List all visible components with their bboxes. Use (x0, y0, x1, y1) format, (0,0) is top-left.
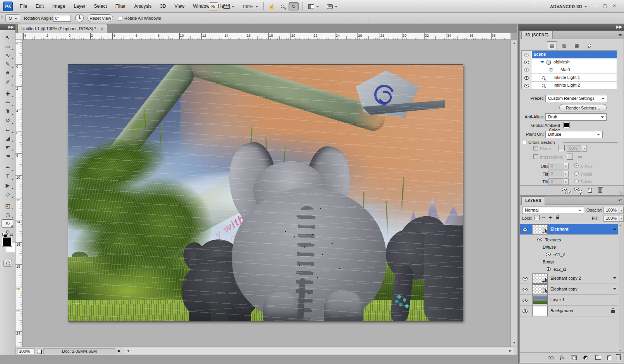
layer-row-elephant-copy-2[interactable]: Elephant copy 2 (520, 273, 619, 284)
menu-analysis[interactable]: Analysis (130, 0, 156, 13)
plane-opacity-stepper[interactable] (582, 145, 587, 152)
visibility-cell[interactable] (520, 284, 530, 295)
zoom-level-button[interactable]: 100% (240, 2, 260, 10)
lights-bulb-icon[interactable] (579, 190, 582, 193)
layer-row-e12-i1[interactable]: e12_i1 (520, 266, 619, 273)
layer-row-elephant-copy[interactable]: Elephant copy (520, 284, 619, 295)
quick-selection-tool[interactable]: ✎ (2, 60, 14, 68)
layer-row-layer-1[interactable]: Layer 1 (520, 295, 619, 306)
eye-icon[interactable] (523, 277, 528, 280)
offset-value[interactable]: 0 (548, 163, 563, 169)
panel-menu-icon[interactable]: ▾≡ (618, 32, 622, 37)
render-settings-button[interactable]: Render Settings... (559, 104, 607, 111)
toggle-ground-plane-icon[interactable] (562, 188, 567, 191)
eye-icon[interactable] (523, 309, 528, 313)
scroll-down-icon[interactable]: ▼ (511, 340, 517, 346)
filter-meshes-button[interactable]: ▥ (559, 41, 569, 49)
photoshop-logo[interactable]: Ps (3, 2, 13, 11)
close-button[interactable]: ✕ (611, 3, 618, 9)
blur-smudge-tool[interactable]: ☛ (2, 143, 14, 151)
menu-filter[interactable]: Filter (111, 0, 130, 13)
document-tab[interactable]: Untitled-1 @ 100% (Elephant, RGB/8) * ✕ (17, 24, 107, 33)
clone-stamp-tool[interactable]: ♜ (2, 107, 14, 116)
dock-collapse-button[interactable]: ▶▶ (519, 24, 624, 31)
menu-3d[interactable]: 3D (156, 0, 170, 13)
intersection-checkbox[interactable] (533, 154, 538, 159)
layer-thumbnail[interactable] (533, 225, 547, 234)
reset-view-button[interactable]: Reset View (88, 14, 113, 22)
vertical-scrollbar[interactable]: ▲ ▼ (511, 40, 517, 347)
delete-layer-button[interactable] (617, 355, 621, 360)
rotation-angle-input[interactable]: 0° (53, 15, 71, 22)
shape-tool[interactable]: ◇ (2, 190, 14, 198)
rotate-view-tool-button[interactable]: ↻ (289, 2, 299, 10)
path-selection-tool[interactable]: ▶ (2, 181, 14, 190)
3d-scene-tab[interactable]: 3D {SCENE} (521, 31, 553, 39)
minimize-button[interactable]: — (593, 3, 600, 9)
rotation-dial[interactable] (75, 14, 84, 22)
layer-row-diffuse[interactable]: Diffuse (520, 244, 619, 251)
close-tab-icon[interactable]: ✕ (100, 26, 104, 31)
layer-thumbnail[interactable] (533, 285, 547, 294)
tree-resize-grip[interactable] (566, 91, 576, 93)
scroll-left-icon[interactable]: ◀ (125, 348, 131, 354)
flip-cross-section-icon[interactable]: ⇆ (578, 154, 582, 160)
pen-tool[interactable]: ✒ (2, 163, 14, 172)
vertical-ruler[interactable]: 202468101214161820222426 (15, 40, 22, 347)
lock-pixels-icon[interactable]: ✏ (542, 215, 545, 220)
link-layers-button[interactable] (548, 356, 551, 359)
rectangular-marquee-tool[interactable]: ▭ (2, 42, 14, 51)
visibility-cell[interactable] (520, 295, 530, 306)
zoom-tool-button[interactable] (278, 2, 287, 10)
panel-menu-icon[interactable]: ▾≡ (618, 198, 622, 202)
tilt-a-stepper[interactable] (564, 171, 569, 177)
eyedropper-tool[interactable]: ✐ (2, 78, 14, 86)
arrange-documents-button[interactable] (306, 2, 321, 10)
eye-icon[interactable] (523, 228, 528, 231)
view-extras-button[interactable] (222, 2, 236, 10)
tools-collapse-button[interactable]: ▶▶ (0, 24, 15, 30)
fill-value[interactable]: 100% (603, 215, 619, 222)
scene-item-scene[interactable]: Scene (522, 51, 617, 58)
global-ambient-swatch[interactable] (563, 122, 570, 128)
offset-stepper[interactable] (564, 163, 569, 169)
layer-row-elephant[interactable]: Elephant (520, 224, 619, 235)
visibility-cell[interactable] (522, 58, 531, 66)
current-tool-preset[interactable]: ↻ (5, 14, 20, 22)
eye-icon[interactable] (523, 299, 528, 302)
dodge-burn-tool[interactable]: ☚ (2, 152, 14, 160)
eye-icon[interactable] (523, 288, 528, 291)
menu-view[interactable]: View (170, 0, 189, 13)
layer-thumbnail[interactable] (533, 296, 547, 305)
move-tool[interactable]: ↖ (2, 33, 14, 42)
horizontal-ruler[interactable]: 420246810121416182022242628303234363840 (22, 33, 511, 40)
options-grip[interactable] (1, 14, 3, 22)
anti-alias-dropdown[interactable]: Draft (545, 113, 607, 121)
gradient-paint-bucket-tool[interactable]: ◢ (2, 134, 14, 142)
scene-item-infinite-light-1[interactable]: Infinite Light 1 (522, 74, 617, 82)
expand-layer-icon[interactable] (613, 288, 617, 292)
scene-item-mat0[interactable]: Mat0 (522, 66, 617, 74)
horizontal-scrollbar[interactable]: ◀ ▶ (124, 348, 514, 354)
paint-on-dropdown[interactable]: Diffuse (545, 131, 603, 138)
disclosure-triangle-icon[interactable] (540, 61, 544, 65)
menu-edit[interactable]: Edit (31, 0, 48, 13)
lock-all-icon[interactable] (556, 217, 559, 219)
collapse-layer-icon[interactable] (613, 226, 617, 230)
plane-checkbox[interactable] (533, 146, 538, 150)
plane-color-swatch[interactable] (559, 145, 565, 151)
scene-item-infinite-light-2[interactable]: Infinite Light 2 (522, 82, 617, 89)
quick-mask-button[interactable] (3, 260, 12, 267)
fill-stepper[interactable] (619, 215, 624, 222)
scene-item-objmesh[interactable]: objMesh (522, 58, 617, 66)
new-group-button[interactable] (595, 356, 601, 360)
scroll-right-icon[interactable]: ▶ (507, 348, 513, 354)
filter-lights-button[interactable] (584, 41, 594, 49)
cross-section-checkbox[interactable] (522, 140, 526, 144)
maximize-button[interactable]: ▢ (602, 3, 609, 9)
screen-mode-button[interactable] (325, 2, 340, 10)
eye-icon[interactable] (546, 267, 551, 271)
3d-orbit-tool[interactable]: ◷ (2, 210, 14, 219)
lock-transparency-icon[interactable] (535, 215, 540, 220)
ruler-corner[interactable] (15, 33, 22, 40)
